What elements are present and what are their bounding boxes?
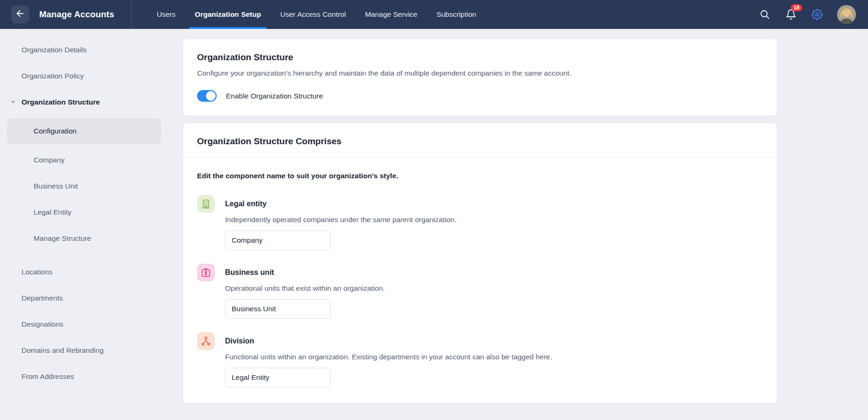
- sidebar: Organization Details Organization Policy…: [0, 29, 175, 390]
- sidebar-item-organization-details[interactable]: Organization Details: [0, 37, 175, 63]
- component-name: Business unit: [225, 264, 385, 281]
- notifications-bell-icon[interactable]: 18: [785, 8, 797, 21]
- top-navbar: Manage Accounts Users Organization Setup…: [0, 0, 868, 29]
- component-content: Business unit Operational units that exi…: [225, 264, 385, 319]
- organization-structure-card: Organization Structure Configure your or…: [183, 39, 777, 116]
- sidebar-item-organization-structure[interactable]: Organization Structure: [0, 89, 175, 115]
- component-description: Operational units that exist within an o…: [225, 284, 385, 293]
- tab-organization-setup[interactable]: Organization Setup: [189, 0, 267, 29]
- top-nav-tabs: Users Organization Setup User Access Con…: [151, 0, 490, 29]
- sidebar-item-locations[interactable]: Locations: [0, 259, 175, 285]
- back-button[interactable]: [11, 6, 29, 23]
- main-content: Organization Structure Configure your or…: [183, 29, 777, 404]
- enable-structure-row: Enable Organization Structure: [197, 90, 763, 102]
- briefcase-tie-icon: [197, 264, 215, 281]
- navbar-divider: [131, 0, 132, 29]
- search-icon[interactable]: [759, 8, 771, 21]
- component-name: Division: [225, 332, 552, 350]
- tab-subscription[interactable]: Subscription: [431, 0, 482, 29]
- sidebar-item-organization-policy[interactable]: Organization Policy: [0, 63, 175, 89]
- sidebar-item-manage-structure[interactable]: Manage Structure: [0, 225, 175, 252]
- topbar-actions: 18: [759, 0, 868, 29]
- toggle-label: Enable Organization Structure: [226, 92, 323, 100]
- tab-user-access-control[interactable]: User Access Control: [275, 0, 351, 29]
- card-title: Organization Structure Comprises: [197, 136, 763, 147]
- component-business-unit: Business unit Operational units that exi…: [197, 264, 763, 319]
- sidebar-item-departments[interactable]: Departments: [0, 285, 175, 311]
- org-network-icon: [197, 332, 215, 350]
- page-title: Manage Accounts: [39, 0, 114, 29]
- components-list: Legal entity Independently operated comp…: [197, 195, 763, 387]
- component-content: Legal entity Independently operated comp…: [225, 195, 456, 250]
- component-content: Division Functional units within an orga…: [225, 332, 552, 387]
- tab-users[interactable]: Users: [151, 0, 181, 29]
- sidebar-item-designations[interactable]: Designations: [0, 311, 175, 337]
- component-division: Division Functional units within an orga…: [197, 332, 763, 387]
- card-title: Organization Structure: [197, 52, 763, 63]
- sidebar-item-label: Organization Structure: [21, 98, 100, 106]
- card-subtitle: Edit the component name to suit your org…: [197, 172, 763, 180]
- enable-structure-toggle[interactable]: [197, 90, 217, 102]
- card-header: Organization Structure Comprises: [183, 123, 777, 158]
- business-unit-name-input[interactable]: [225, 299, 331, 319]
- arrow-left-icon: [15, 8, 25, 21]
- notification-count-badge: 18: [791, 4, 802, 11]
- chevron-down-icon: [10, 98, 16, 106]
- card-description: Configure your organization's hierarchy …: [197, 69, 763, 77]
- tab-manage-service[interactable]: Manage Service: [360, 0, 423, 29]
- avatar[interactable]: [837, 5, 856, 24]
- sidebar-item-legal-entity[interactable]: Legal Entity: [0, 199, 175, 225]
- component-name: Legal entity: [225, 195, 456, 213]
- structure-comprises-card: Organization Structure Comprises Edit th…: [183, 123, 777, 404]
- legal-entity-name-input[interactable]: [225, 231, 331, 250]
- sidebar-item-domains-and-rebranding[interactable]: Domains and Rebranding: [0, 337, 175, 364]
- toggle-knob: [206, 91, 216, 101]
- sidebar-item-from-addresses[interactable]: From Addresses: [0, 364, 175, 390]
- sidebar-item-configuration[interactable]: Configuration: [7, 119, 161, 144]
- sidebar-item-business-unit[interactable]: Business Unit: [0, 173, 175, 199]
- card-body: Edit the component name to suit your org…: [183, 158, 777, 403]
- component-legal-entity: Legal entity Independently operated comp…: [197, 195, 763, 250]
- division-name-input[interactable]: [225, 368, 331, 387]
- sidebar-item-company[interactable]: Company: [0, 147, 175, 173]
- component-description: Independently operated companies under t…: [225, 216, 456, 224]
- component-description: Functional units within an organization.…: [225, 353, 552, 361]
- building-icon: [197, 195, 215, 213]
- gear-icon[interactable]: [811, 8, 823, 21]
